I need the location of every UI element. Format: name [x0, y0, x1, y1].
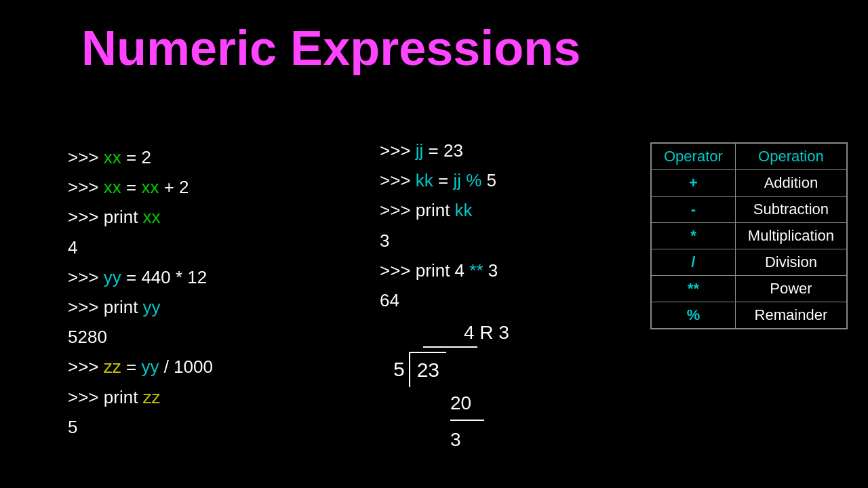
page-title: Numeric Expressions [0, 0, 868, 89]
table-header: Operator [651, 143, 735, 170]
right-code-block: >>> jj = 23>>> kk = jj % 5>>> print kk3>… [380, 136, 509, 455]
operation-name: Power [735, 276, 847, 302]
code-line: >>> print yy [68, 292, 213, 322]
code-line: 3 [380, 226, 509, 256]
code-line: >>> xx = 2 [68, 142, 213, 172]
division-divisor: 5 [393, 358, 409, 381]
table-row: +Addition [651, 170, 847, 197]
division-diagram: 4 R 3 5 23 20 3 [380, 322, 509, 455]
operator-symbol: * [651, 223, 735, 249]
code-line: 5280 [68, 322, 213, 352]
code-line: >>> zz = yy / 1000 [68, 352, 213, 382]
code-line: >>> print xx [68, 202, 213, 232]
operation-name: Subtraction [735, 197, 847, 223]
table-row: -Subtraction [651, 197, 847, 223]
division-dividend: 23 [417, 359, 439, 381]
code-line: >>> print 4 ** 3 [380, 256, 509, 285]
table-row: /Division [651, 249, 847, 276]
division-step2: 3 [450, 424, 509, 456]
code-line: 64 [380, 285, 509, 315]
left-code-block: >>> xx = 2>>> xx = xx + 2>>> print xx4>>… [68, 142, 213, 442]
table-row: %Remainder [651, 302, 847, 329]
code-line: >>> xx = xx + 2 [68, 172, 213, 202]
operator-symbol: % [651, 302, 735, 329]
operator-symbol: / [651, 249, 735, 276]
code-line: >>> jj = 23 [380, 136, 509, 165]
code-line: >>> print zz [68, 382, 213, 412]
operator-symbol: + [651, 170, 735, 197]
operator-table: OperatorOperation+Addition-Subtraction*M… [650, 142, 848, 329]
code-line: >>> kk = jj % 5 [380, 165, 509, 195]
operator-table-container: OperatorOperation+Addition-Subtraction*M… [650, 142, 848, 329]
code-line: 5 [68, 412, 213, 442]
code-line: 4 [68, 232, 213, 262]
operation-name: Addition [735, 170, 847, 197]
division-step1: 20 [450, 387, 509, 420]
table-row: **Power [651, 276, 847, 302]
operation-name: Division [735, 249, 847, 276]
code-line: >>> yy = 440 * 12 [68, 262, 213, 292]
operator-symbol: ** [651, 276, 735, 302]
operation-name: Remainder [735, 302, 847, 329]
table-row: *Multiplication [651, 223, 847, 249]
operation-name: Multiplication [735, 223, 847, 249]
table-header: Operation [735, 143, 847, 170]
operator-symbol: - [651, 197, 735, 223]
division-result: 4 R 3 [464, 322, 509, 344]
code-line: >>> print kk [380, 195, 509, 225]
